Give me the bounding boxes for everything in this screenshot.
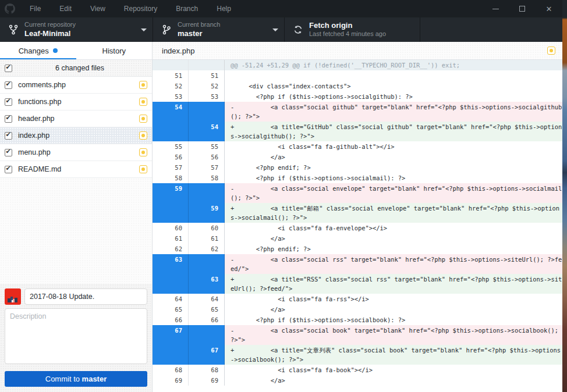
menu-item[interactable]: View — [82, 2, 114, 15]
new-line-number: 61 — [189, 233, 225, 244]
old-line-number: 63 — [153, 254, 189, 274]
diff-line[interactable]: 52 52 <div class="index-contacts"> — [153, 81, 562, 91]
diff-line[interactable]: 62 62 <?php endif; ?> — [153, 244, 562, 254]
select-all-checkbox[interactable] — [5, 65, 12, 72]
menu-item[interactable]: Help — [208, 2, 239, 15]
diff-line-text: <div class="index-contacts"> — [225, 81, 562, 91]
new-line-number: 64 — [189, 294, 225, 304]
new-line-number: 68 — [189, 365, 225, 375]
modified-status-icon — [139, 98, 147, 106]
fetch-origin-button[interactable]: Fetch origin Last fetched 4 minutes ago — [285, 17, 420, 42]
menu-item[interactable]: Repository — [116, 2, 165, 15]
file-checkbox[interactable] — [5, 166, 12, 173]
diff-line[interactable]: 59 - <a class="social envelope" target="… — [153, 183, 562, 203]
toolbar-empty-area — [420, 17, 562, 42]
old-line-number: 59 — [153, 183, 189, 203]
branch-value: master — [178, 29, 220, 38]
diff-line[interactable]: 53 53 <?php if ($this->options->socialgi… — [153, 91, 562, 102]
new-line-number: 63 — [189, 274, 225, 294]
diff-body[interactable]: @@ -51,24 +51,29 @@ if (!defined('__TYPE… — [153, 60, 562, 392]
file-name: functions.php — [18, 98, 139, 106]
file-name: README.md — [18, 165, 139, 173]
diff-line[interactable]: 59 + <a title="邮箱" class="social envelop… — [153, 203, 562, 223]
changed-file-list: comments.php functions.php header.php — [0, 77, 152, 178]
old-line-number: 60 — [153, 223, 189, 233]
diff-line-text: + <a title="邮箱" class="social envelope" … — [225, 203, 562, 223]
diff-line-text: <?php if ($this->options->socialbook): ?… — [225, 315, 562, 325]
diff-line[interactable]: 58 58 <?php if ($this->options->socialma… — [153, 173, 562, 183]
diff-line-text: </a> — [225, 375, 562, 386]
github-desktop-window: File Edit View Repository Branch Help ✕ — [0, 0, 562, 392]
diff-line[interactable]: 51 51 — [153, 70, 562, 81]
diff-line[interactable]: 61 61 </a> — [153, 233, 562, 244]
minimize-icon — [492, 9, 499, 9]
file-row[interactable]: README.md — [0, 161, 152, 178]
file-name: index.php — [18, 131, 139, 140]
diff-line-text: - <a class="social book" target="blank" … — [225, 325, 562, 345]
file-checkbox[interactable] — [5, 115, 12, 123]
diff-line[interactable]: 55 55 <i class="fa fa-github-alt"></i> — [153, 141, 562, 152]
new-line-number: 67 — [189, 345, 225, 365]
commit-button[interactable]: Commit to master — [5, 371, 147, 387]
diff-line[interactable]: 54 - <a class="social github" target="bl… — [153, 102, 562, 122]
file-row[interactable]: comments.php — [0, 77, 152, 94]
diff-line[interactable]: 60 60 <i class="fa fa-envelope"></i> — [153, 223, 562, 233]
diff-line[interactable]: @@ -51,24 +51,29 @@ if (!defined('__TYPE… — [153, 60, 562, 70]
diff-line[interactable]: 65 65 </a> — [153, 304, 562, 315]
old-line-number: 69 — [153, 375, 189, 386]
diff-line[interactable]: 69 69 </a> — [153, 375, 562, 386]
diff-line-text: + <a title="RSS" class="social rss" targ… — [225, 274, 562, 294]
new-line-number — [189, 183, 225, 203]
menu-item[interactable]: File — [22, 2, 49, 15]
file-row[interactable]: menu.php — [0, 144, 152, 161]
diff-line[interactable]: 67 - <a class="social book" target="blan… — [153, 325, 562, 345]
diff-line[interactable]: 57 57 <?php endif; ?> — [153, 162, 562, 173]
new-line-number — [189, 325, 225, 345]
minimize-button[interactable] — [482, 0, 509, 17]
diff-line[interactable]: 54 + <a title="GitHub" class="social git… — [153, 122, 562, 141]
close-button[interactable]: ✕ — [536, 0, 562, 17]
new-line-number: 53 — [189, 91, 225, 102]
tab-changes-label: Changes — [19, 47, 49, 55]
file-row[interactable]: functions.php — [0, 94, 152, 111]
old-line-number: 53 — [153, 91, 189, 102]
maximize-button[interactable] — [509, 0, 536, 17]
new-line-number: 59 — [189, 203, 225, 223]
tab-changes[interactable]: Changes — [0, 42, 76, 59]
diff-line-text: <?php if ($this->options->socialmail): ?… — [225, 173, 562, 183]
file-checkbox[interactable] — [5, 81, 12, 89]
diff-line[interactable]: 63 - <a class="social rss" target="blank… — [153, 254, 562, 274]
menu-item[interactable]: Edit — [51, 2, 80, 15]
old-line-number: 65 — [153, 304, 189, 315]
new-line-number: 62 — [189, 244, 225, 254]
new-line-number: 57 — [189, 162, 225, 173]
commit-summary-input[interactable] — [24, 288, 147, 305]
current-branch-dropdown[interactable]: Current branch master — [153, 17, 285, 42]
diff-line[interactable]: 56 56 </a> — [153, 152, 562, 162]
chevron-down-icon — [141, 28, 147, 31]
tab-history[interactable]: History — [76, 42, 153, 59]
file-checkbox[interactable] — [5, 149, 12, 156]
old-line-number: 61 — [153, 233, 189, 244]
file-checkbox[interactable] — [5, 98, 12, 106]
file-row[interactable]: header.php — [0, 111, 152, 127]
diff-line[interactable]: 64 64 <i class="fa fa-rss"></i> — [153, 294, 562, 304]
new-line-number — [189, 60, 225, 70]
commit-button-prefix: Commit to — [45, 375, 82, 383]
file-name: menu.php — [18, 148, 139, 156]
file-name: comments.php — [18, 81, 139, 89]
file-row[interactable]: index.php — [0, 127, 152, 144]
menu-item[interactable]: Branch — [168, 2, 206, 15]
window-controls: ✕ — [482, 0, 562, 17]
branch-text: Current branch master — [178, 21, 220, 38]
diff-line[interactable]: 67 + <a title="文章列表" class="social book"… — [153, 345, 562, 365]
diff-line[interactable]: 66 66 <?php if ($this->options->socialbo… — [153, 315, 562, 325]
old-line-number — [153, 345, 189, 365]
commit-description-input[interactable] — [5, 308, 147, 364]
diff-line[interactable]: 68 68 <i class="fa fa-book"></i> — [153, 365, 562, 375]
changed-files-count: 6 changed files — [12, 64, 147, 72]
current-repository-dropdown[interactable]: Current repository Leaf-Minimal — [0, 17, 153, 42]
file-checkbox[interactable] — [5, 132, 12, 140]
diff-line[interactable]: 63 + <a title="RSS" class="social rss" t… — [153, 274, 562, 294]
chevron-down-icon — [272, 28, 278, 31]
